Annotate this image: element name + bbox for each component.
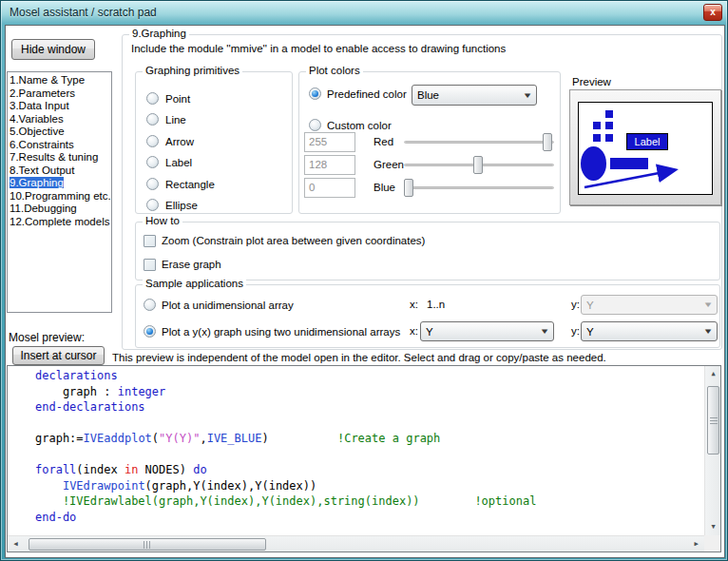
primitives-options: PointLineArrowLabelRectangleEllipse xyxy=(136,89,292,217)
hide-window-button[interactable]: Hide window xyxy=(11,39,95,60)
section-description: Include the module ''mmive'' in a model … xyxy=(131,43,506,54)
primitive-row-ellipse[interactable]: Ellipse xyxy=(136,196,292,217)
chevron-down-icon: ▼ xyxy=(522,91,532,100)
y-array-value: Y xyxy=(586,326,594,338)
sidebar-item-1[interactable]: 1.Name & Type xyxy=(8,74,111,87)
green-slider[interactable] xyxy=(404,155,554,175)
plot-colors-group: Plot colors Predefined color Blue ▼ Cust… xyxy=(298,71,561,214)
erase-graph-checkbox[interactable] xyxy=(144,259,156,271)
sidebar-item-11[interactable]: 11.Debugging xyxy=(8,203,111,216)
primitive-label-radio[interactable] xyxy=(146,156,159,168)
horizontal-scrollbar[interactable]: ◀ ▶ xyxy=(8,535,704,551)
vertical-scrollbar-thumb[interactable] xyxy=(707,386,719,455)
sidebar-item-8[interactable]: 8.Text Output xyxy=(8,164,111,178)
horizontal-scrollbar-thumb[interactable] xyxy=(29,538,266,551)
primitive-point-radio[interactable] xyxy=(146,92,159,105)
red-value-field: 255 xyxy=(304,132,355,152)
scroll-down-icon[interactable]: ▼ xyxy=(705,519,721,535)
x-label: x: xyxy=(410,299,418,310)
section-group-title: 9.Graphing xyxy=(129,28,189,39)
primitive-row-arrow[interactable]: Arrow xyxy=(136,132,292,153)
sidebar-item-label: 6.Constraints xyxy=(10,139,74,150)
code-line: end-declarations xyxy=(35,399,703,416)
scroll-up-icon[interactable]: ▲ xyxy=(705,366,721,382)
sidebar-item-3[interactable]: 3.Data Input xyxy=(8,100,111,113)
y-label: y: xyxy=(571,325,580,337)
custom-color-label: Custom color xyxy=(327,119,392,132)
y-array-select[interactable]: Y ▼ xyxy=(581,321,718,341)
sidebar-item-10[interactable]: 10.Programming etc. xyxy=(8,190,111,203)
scroll-right-icon[interactable]: ▶ xyxy=(688,536,704,552)
blue-slider-track[interactable] xyxy=(404,186,554,189)
primitive-row-point[interactable]: Point xyxy=(136,89,292,110)
erase-graph-checkbox-label: Erase graph xyxy=(162,259,221,270)
close-button[interactable]: x xyxy=(703,4,722,21)
sidebar-item-6[interactable]: 6.Constraints xyxy=(8,139,111,152)
thumb-grip xyxy=(710,417,718,424)
red-slider-thumb[interactable] xyxy=(543,133,552,151)
sidebar-item-9[interactable]: 9.Graphing xyxy=(8,177,111,190)
primitive-rectangle-radio[interactable] xyxy=(146,178,159,190)
red-slider[interactable] xyxy=(404,132,554,152)
sample-applications-title: Sample applications xyxy=(143,278,246,289)
blue-slider[interactable] xyxy=(404,178,554,198)
sample-row-unidimensional: Plot a unidimensional array x: 1..n y: Y… xyxy=(136,295,719,316)
primitive-arrow-radio[interactable] xyxy=(146,135,159,147)
sidebar-item-2[interactable]: 2.Parameters xyxy=(8,87,111,101)
primitive-row-line[interactable]: Line xyxy=(136,110,292,131)
how-to-title: How to xyxy=(143,215,182,226)
plot-yx-graph-radio[interactable] xyxy=(144,325,156,338)
custom-color-radio[interactable] xyxy=(309,119,321,131)
predefined-color-select[interactable]: Blue ▼ xyxy=(412,85,537,106)
sidebar-item-12[interactable]: 12.Complete models xyxy=(8,216,111,229)
section-list[interactable]: 1.Name & Type2.Parameters3.Data Input4.V… xyxy=(7,71,112,313)
insert-at-cursor-button[interactable]: Insert at cursor xyxy=(12,346,105,365)
sample-row-yx-graph: Plot a y(x) graph using two unidimension… xyxy=(136,321,719,342)
plot-unidimensional-label: Plot a unidimensional array xyxy=(162,299,294,312)
predefined-color-label: Predefined color xyxy=(327,87,407,101)
predefined-color-radio[interactable] xyxy=(309,87,321,100)
sample-applications-group: Sample applications Plot a unidimensiona… xyxy=(135,284,720,348)
primitive-row-label[interactable]: Label xyxy=(136,153,292,174)
zoom-checkbox[interactable] xyxy=(144,235,156,247)
primitive-line-radio[interactable] xyxy=(146,113,159,126)
zoom-checkbox-label: Zoom (Constrain plot area between given … xyxy=(162,235,425,246)
red-slider-track[interactable] xyxy=(404,141,554,144)
code-line xyxy=(35,447,703,463)
plot-yx-graph-label: Plot a y(x) graph using two unidimension… xyxy=(162,325,400,339)
y-label: y: xyxy=(571,299,580,310)
sidebar-item-4[interactable]: 4.Variables xyxy=(8,113,111,126)
primitive-ellipse-radio[interactable] xyxy=(146,199,159,211)
y-array-value: Y xyxy=(586,300,594,311)
primitive-row-rectangle[interactable]: Rectangle xyxy=(136,175,292,196)
titlebar[interactable]: Mosel assistant / scratch pad x xyxy=(1,1,727,24)
sidebar-item-5[interactable]: 5.Objective xyxy=(8,126,111,139)
vertical-scrollbar[interactable]: ▲ ▼ xyxy=(704,366,720,535)
green-value-field: 128 xyxy=(304,155,355,175)
green-slider-thumb[interactable] xyxy=(473,156,483,174)
code-line: !IVEdrawlabel(graph,Y(index),Y(index),st… xyxy=(35,493,703,510)
x-array-select[interactable]: Y ▼ xyxy=(420,321,554,341)
predefined-color-value: Blue xyxy=(417,89,439,101)
sidebar-item-label: 3.Data Input xyxy=(10,100,69,111)
blue-slider-thumb[interactable] xyxy=(404,179,413,197)
sidebar-item-label: 5.Objective xyxy=(10,126,65,137)
graphing-section-group: 9.Graphing Include the module ''mmive'' … xyxy=(122,34,722,350)
primitive-label: Line xyxy=(165,113,186,126)
primitive-label: Point xyxy=(165,92,190,106)
sidebar-item-label: 11.Debugging xyxy=(10,203,77,214)
window-title: Mosel assistant / scratch pad xyxy=(10,6,157,19)
mosel-assistant-window: Mosel assistant / scratch pad x Hide win… xyxy=(0,0,728,561)
x-array-value: Y xyxy=(426,326,433,338)
primitive-label: Arrow xyxy=(165,135,194,148)
sidebar-item-label: 7.Results & tuning xyxy=(10,151,98,163)
scroll-left-icon[interactable]: ◀ xyxy=(8,536,24,552)
plot-unidimensional-radio[interactable] xyxy=(144,299,156,311)
thumb-grip xyxy=(144,541,151,549)
green-channel-label: Green xyxy=(374,155,404,175)
code-line: IVEdrawpoint(graph,Y(index),Y(index)) xyxy=(35,478,703,494)
code-editor[interactable]: declarations graph : integerend-declarat… xyxy=(7,365,721,552)
code-content: declarations graph : integerend-declarat… xyxy=(8,368,703,534)
sidebar-item-7[interactable]: 7.Results & tuning xyxy=(8,151,111,164)
preview-note: This preview is independent of the model… xyxy=(112,352,724,363)
